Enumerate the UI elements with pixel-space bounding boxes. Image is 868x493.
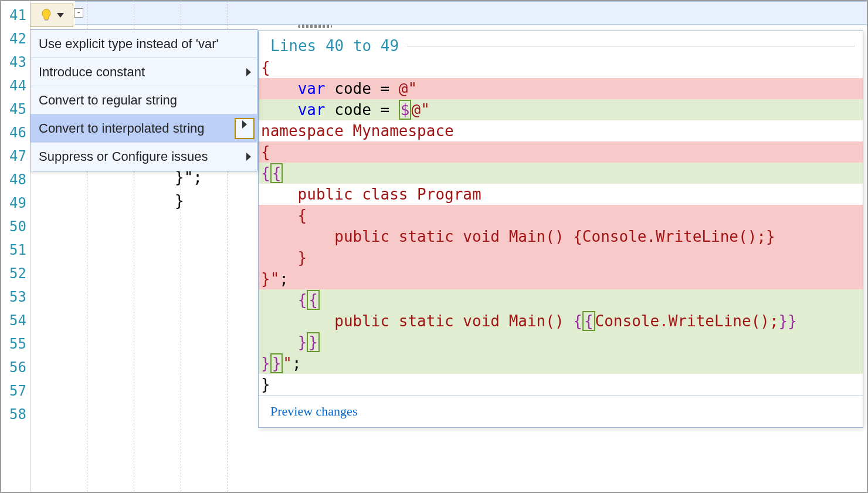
preview-line: }}"; [259, 353, 863, 374]
lightbulb-icon [39, 8, 53, 22]
menu-item-3[interactable]: Convert to interpolated string [30, 114, 257, 143]
preview-line: public static void Main() {{Console.Writ… [259, 310, 863, 332]
preview-line: { [259, 57, 863, 78]
preview-pane: Lines 40 to 49 { var code = @" var code … [258, 31, 863, 428]
menu-item-0[interactable]: Use explicit type instead of 'var' [30, 30, 257, 58]
suggestion-indicator [298, 25, 332, 28]
preview-footer: Preview changes [259, 395, 863, 427]
preview-line: namespace Mynamespace [259, 120, 863, 141]
preview-title: Lines 40 to 49 [270, 37, 399, 55]
line-number: 42 [1, 27, 30, 50]
menu-item-label: Introduce constant [39, 65, 145, 79]
line-number: 55 [1, 332, 30, 356]
svg-rect-0 [45, 19, 48, 21]
quick-actions-menu: Use explicit type instead of 'var'Introd… [30, 29, 257, 171]
fold-toggle[interactable]: - [74, 8, 83, 18]
line-number: 54 [1, 309, 30, 332]
chevron-down-icon [57, 13, 64, 18]
preview-changes-link[interactable]: Preview changes [270, 404, 357, 418]
preview-line: {{ [259, 289, 863, 310]
line-number: 52 [1, 262, 30, 285]
submenu-arrow-icon [235, 118, 255, 139]
menu-item-label: Convert to regular string [39, 93, 177, 107]
menu-item-1[interactable]: Introduce constant [30, 58, 257, 86]
preview-line: public class Program [259, 184, 863, 205]
line-number: 41 [1, 4, 30, 27]
lightbulb-button[interactable] [30, 4, 73, 27]
preview-line: }"; [259, 268, 863, 289]
line-number: 44 [1, 74, 30, 97]
line-number-gutter: 414243444546474849505152535455565758 [1, 1, 30, 492]
line-number: 47 [1, 144, 30, 168]
menu-item-2[interactable]: Convert to regular string [30, 86, 257, 114]
preview-line: { [259, 205, 863, 226]
line-number: 51 [1, 238, 30, 262]
submenu-arrow-icon [246, 68, 251, 76]
preview-header: Lines 40 to 49 [259, 31, 863, 57]
line-number: 45 [1, 97, 30, 121]
line-number: 49 [1, 191, 30, 215]
menu-item-label: Use explicit type instead of 'var' [39, 36, 219, 51]
preview-line: public static void Main() {Console.Write… [259, 226, 863, 247]
line-number: 46 [1, 121, 30, 144]
line-number: 48 [1, 168, 30, 191]
preview-line: var code = @" [259, 78, 863, 99]
preview-line: }} [259, 332, 863, 353]
line-number: 57 [1, 379, 30, 403]
preview-body: { var code = @" var code = $@"namespace … [259, 57, 863, 395]
submenu-arrow-icon [246, 153, 251, 161]
menu-item-label: Suppress or Configure issues [39, 149, 208, 164]
preview-line: } [259, 374, 863, 395]
line-number: 43 [1, 50, 30, 74]
preview-line: var code = $@" [259, 99, 863, 120]
code-line-41[interactable]: var code = @" [75, 1, 867, 25]
line-number: 58 [1, 403, 30, 426]
line-number: 50 [1, 215, 30, 238]
preview-line: { [259, 141, 863, 163]
preview-line: } [259, 247, 863, 268]
menu-item-4[interactable]: Suppress or Configure issues [30, 143, 257, 171]
preview-line: {{ [259, 163, 863, 184]
line-number: 53 [1, 285, 30, 309]
menu-item-label: Convert to interpolated string [39, 121, 205, 136]
line-number: 56 [1, 356, 30, 379]
